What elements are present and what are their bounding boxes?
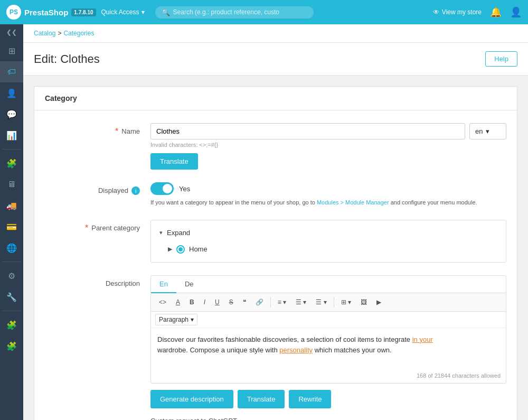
parent-category-row: * Parent category ▾ Expand ▶ — [45, 220, 506, 263]
editor-text-start: Discover our favorites fashionable disco… — [157, 335, 412, 343]
toolbar-align-btn[interactable]: ≡ ▾ — [274, 296, 290, 308]
editor-highlight-1: in your — [412, 335, 433, 343]
toggle-label: Yes — [179, 185, 190, 193]
sidebar-item-messages[interactable]: 💬 — [0, 104, 23, 125]
description-row: Description En De <> A — [45, 275, 506, 421]
toolbar-bold-btn[interactable]: B — [186, 296, 198, 308]
name-invalid-chars: Invalid characters: <>;=#{} — [150, 142, 506, 148]
global-search[interactable]: 🔍 — [155, 6, 314, 18]
user-avatar-icon[interactable]: 👤 — [510, 6, 522, 18]
toolbar-sep-2 — [334, 297, 334, 307]
help-button[interactable]: Help — [485, 51, 517, 67]
eye-icon: 👁 — [433, 8, 439, 16]
rewrite-button[interactable]: Rewrite — [289, 390, 331, 408]
sidebar-expand-btn[interactable]: ❮❮ — [6, 29, 17, 36]
sidebar-item-shipping[interactable]: 🚚 — [0, 195, 23, 216]
displayed-label-area: Displayed i — [45, 182, 140, 195]
sidebar-item-catalog[interactable]: 🏷 — [0, 61, 23, 82]
lang-chevron-icon: ▾ — [486, 127, 489, 135]
sidebar-item-payment[interactable]: 💳 — [0, 216, 23, 237]
name-field: en ▾ Invalid characters: <>;=#{} Transla… — [150, 123, 506, 170]
char-count: 168 of 21844 characters allowed — [151, 370, 506, 383]
sidebar-divider-3 — [2, 311, 21, 311]
sidebar-item-stats[interactable]: 📊 — [0, 125, 23, 146]
view-store-link[interactable]: 👁 View my store — [433, 8, 482, 16]
name-label: Name — [121, 127, 140, 135]
search-input[interactable] — [173, 8, 307, 16]
card-body: * Name en ▾ Invalid characters: <>;=#{} — [34, 110, 517, 420]
toggle-row: Yes — [150, 182, 506, 195]
toggle-note: If you want a category to appear in the … — [150, 198, 506, 207]
translate-name-button[interactable]: Translate — [150, 153, 198, 170]
name-required-star: * — [115, 127, 118, 136]
home-radio[interactable] — [176, 245, 185, 254]
paragraph-chevron-icon: ▾ — [191, 316, 194, 323]
displayed-info-icon[interactable]: i — [131, 186, 140, 195]
paragraph-label: Paragraph — [159, 316, 188, 323]
paragraph-select-row: Paragraph ▾ — [151, 312, 506, 328]
sidebar-item-international[interactable]: 🌐 — [0, 237, 23, 258]
toolbar-image-btn[interactable]: 🖼 — [357, 296, 371, 308]
sidebar-item-advanced[interactable]: 🔧 — [0, 286, 23, 307]
toolbar-list-ol-btn[interactable]: ☰ ▾ — [312, 296, 330, 308]
nav-right: 👁 View my store 🔔 👤 — [433, 6, 522, 18]
editor-highlight-2: personality — [279, 346, 313, 354]
toolbar-underline-btn[interactable]: U — [211, 296, 223, 308]
toolbar-strikethrough-btn[interactable]: S — [225, 296, 237, 308]
sidebar-item-settings[interactable]: ⚙ — [0, 265, 23, 286]
desc-tabs: En De — [151, 276, 506, 293]
notifications-icon[interactable]: 🔔 — [490, 6, 502, 18]
name-input[interactable] — [150, 123, 465, 139]
card-header: Category — [34, 87, 517, 110]
editor-content[interactable]: Discover our favorites fashionable disco… — [151, 328, 506, 370]
prestashop-logo: PS — [6, 5, 21, 20]
description-container: En De <> A B I U S ❝ — [150, 275, 506, 384]
page-title: Edit: Clothes — [34, 52, 100, 66]
name-row: * Name en ▾ Invalid characters: <>;=#{} — [45, 123, 506, 170]
toolbar-underlineA-btn[interactable]: A — [172, 296, 184, 308]
parent-label-area: * Parent category — [45, 220, 140, 232]
tab-en[interactable]: En — [151, 276, 176, 293]
page-header: Edit: Clothes Help — [23, 43, 528, 76]
lang-select[interactable]: en ▾ — [469, 123, 506, 139]
description-field: En De <> A B I U S ❝ — [150, 275, 506, 421]
toolbar-table-btn[interactable]: ⊞ ▾ — [337, 296, 355, 308]
sidebar-item-dashboard[interactable]: ⊞ — [0, 40, 23, 61]
quick-access-dropdown[interactable]: Quick Access ▾ — [101, 8, 145, 16]
breadcrumb-catalog[interactable]: Catalog — [34, 30, 55, 37]
tree-item-expand[interactable]: ▾ Expand — [151, 225, 506, 241]
module-manager-link[interactable]: Modules > Module Manager — [317, 199, 389, 206]
parent-field: ▾ Expand ▶ Home — [150, 220, 506, 263]
app-name: PrestaShop — [24, 8, 68, 17]
breadcrumb-categories[interactable]: Categories — [63, 30, 94, 37]
displayed-toggle[interactable] — [150, 182, 174, 195]
translate-description-button[interactable]: Translate — [238, 390, 285, 408]
sidebar-item-modules[interactable]: 🧩 — [0, 153, 23, 174]
custom-request-label: Custom request to ChatGPT — [150, 417, 506, 421]
toolbar-list-ul-btn[interactable]: ☰ ▾ — [292, 296, 310, 308]
parent-label: Parent category — [91, 224, 140, 232]
description-label-area: Description — [45, 275, 140, 287]
sidebar-item-plugin2[interactable]: 🧩 — [0, 335, 23, 357]
paragraph-select[interactable]: Paragraph ▾ — [155, 314, 197, 325]
displayed-label: Displayed — [98, 186, 128, 194]
name-input-row: en ▾ — [150, 123, 506, 139]
toolbar-blockquote-btn[interactable]: ❝ — [239, 296, 250, 308]
tree-item-home[interactable]: ▶ Home — [151, 241, 506, 258]
editor-text-end: which matches your own. — [313, 346, 392, 354]
home-chevron-icon: ▶ — [168, 246, 172, 253]
sidebar-item-customers[interactable]: 👤 — [0, 82, 23, 104]
top-nav: PS PrestaShop 1.7.8.10 Quick Access ▾ 🔍 … — [0, 0, 528, 24]
main-wrapper: Catalog > Categories Edit: Clothes Help … — [23, 24, 528, 420]
name-label-area: * Name — [45, 123, 140, 136]
toolbar-video-btn[interactable]: ▶ — [373, 296, 385, 308]
sidebar-item-design[interactable]: 🖥 — [0, 174, 23, 195]
tab-de[interactable]: De — [176, 276, 202, 293]
toolbar-link-btn[interactable]: 🔗 — [252, 296, 267, 308]
generate-description-button[interactable]: Generate description — [150, 390, 233, 408]
toolbar-code-btn[interactable]: <> — [155, 296, 170, 308]
expand-chevron-icon: ▾ — [159, 229, 163, 236]
toolbar-italic-btn[interactable]: I — [200, 296, 209, 308]
home-radio-inner — [178, 247, 183, 251]
sidebar-item-plugin1[interactable]: 🧩 — [0, 314, 23, 335]
